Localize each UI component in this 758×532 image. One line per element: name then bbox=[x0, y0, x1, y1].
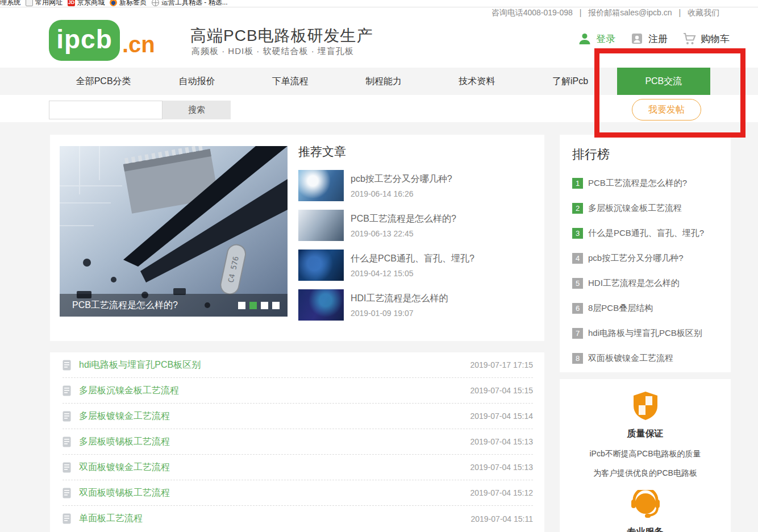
ranking-item[interactable]: 6 8层PCB叠层结构 bbox=[572, 296, 719, 321]
carousel-image: C4 576 bbox=[60, 146, 288, 317]
ranking-item[interactable]: 7 hdi电路板与埋盲孔PCB板区别 bbox=[572, 321, 719, 346]
recommended-item[interactable]: PCB工艺流程是怎么样的? 2019-06-13 22:45 bbox=[298, 210, 537, 241]
recommended-item[interactable]: HDI工艺流程是怎么样的 2019-01-09 19:07 bbox=[298, 289, 537, 321]
login-label: 登录 bbox=[596, 32, 615, 45]
recommended-section: 推荐文章 pcb按工艺分又分哪几种? 2019-06-14 16:26 PCB工… bbox=[298, 144, 537, 329]
feature-line: 为客户提供优良的PCB电路板 bbox=[593, 468, 697, 479]
article-link: 双面板喷锡板工艺流程 bbox=[79, 487, 470, 499]
document-icon bbox=[63, 385, 71, 396]
article-thumbnail bbox=[298, 210, 344, 241]
page-subtitle: 高频板 · HDI板 · 软硬结合板 · 埋盲孔板 bbox=[191, 46, 354, 57]
carousel-caption-text: PCB工艺流程是怎么样的? bbox=[72, 300, 238, 311]
login-link[interactable]: 登录 bbox=[578, 32, 615, 45]
ranking-title: 多层板沉镍金板工艺流程 bbox=[588, 203, 682, 214]
nav-item-about-ipcb[interactable]: 了解iPcb bbox=[523, 68, 617, 95]
bookmark-label: 常用网址 bbox=[35, 0, 63, 7]
recommended-item[interactable]: 什么是PCB通孔、盲孔、埋孔? 2019-04-12 15:05 bbox=[298, 250, 537, 281]
article-row[interactable]: hdi电路板与埋盲孔PCB板区别 2019-07-17 17:15 bbox=[63, 352, 533, 378]
id-badge-icon bbox=[630, 32, 644, 45]
ranking-heading: 排行榜 bbox=[572, 146, 610, 163]
ranking-title: 双面板镀镍金工艺流程 bbox=[588, 353, 673, 364]
nav-item-process-capability[interactable]: 制程能力 bbox=[337, 68, 430, 95]
document-icon bbox=[63, 360, 71, 371]
carousel-dot[interactable] bbox=[238, 302, 245, 309]
ranking-item[interactable]: 3 什么是PCB通孔、盲孔、埋孔? bbox=[572, 221, 719, 246]
ranking-title: 什么是PCB通孔、盲孔、埋孔? bbox=[588, 228, 704, 239]
article-date: 2019-06-13 22:45 bbox=[351, 229, 456, 238]
folder-icon bbox=[26, 0, 33, 6]
ranking-item[interactable]: 1 PCB工艺流程是怎么样的? bbox=[572, 171, 719, 196]
bookmark-item[interactable]: 常用网址 bbox=[26, 0, 63, 7]
recommended-heading: 推荐文章 bbox=[298, 144, 537, 160]
feature-title: 质量保证 bbox=[627, 428, 664, 440]
user-icon bbox=[578, 32, 592, 45]
feature-title: 专业服务 bbox=[627, 526, 664, 532]
article-date: 2019-07-04 15:11 bbox=[471, 514, 534, 523]
article-thumbnail bbox=[298, 170, 344, 201]
quality-shield-icon bbox=[632, 390, 659, 421]
bookmark-item[interactable]: 新标签页 bbox=[110, 0, 147, 7]
article-date: 2019-07-17 17:15 bbox=[470, 360, 533, 369]
article-row[interactable]: 双面板镀镍金工艺流程 2019-07-04 15:13 bbox=[63, 455, 533, 480]
globe-icon bbox=[152, 0, 159, 6]
article-date: 2019-01-09 19:07 bbox=[351, 309, 448, 318]
bookmark-item[interactable]: 理系统 bbox=[0, 0, 20, 7]
cart-link[interactable]: 购物车 bbox=[682, 32, 730, 45]
jd-favicon-icon: JD bbox=[68, 0, 75, 6]
article-row[interactable]: 多层板沉镍金板工艺流程 2019-07-04 15:15 bbox=[63, 378, 533, 404]
separator: | bbox=[678, 8, 681, 17]
ranking-item[interactable]: 5 HDI工艺流程是怎么样的 bbox=[572, 271, 719, 296]
page: 理系统 常用网址 JD 京东商城 新标签页 运营工具精选 - 精选... 咨询电… bbox=[0, 0, 758, 532]
document-icon bbox=[63, 513, 71, 524]
service-headset-icon bbox=[630, 490, 661, 519]
article-row[interactable]: 多层板镀镍金工艺流程 2019-07-04 15:14 bbox=[63, 404, 533, 429]
article-title: PCB工艺流程是怎么样的? bbox=[351, 213, 456, 225]
rank-badge: 7 bbox=[572, 328, 583, 339]
bookmark-item[interactable]: 运营工具精选 - 精选... bbox=[152, 0, 228, 7]
carousel-dot-active[interactable] bbox=[249, 302, 257, 309]
article-link: 多层板沉镍金板工艺流程 bbox=[79, 385, 470, 397]
features-card: 质量保证 iPcb不断提高PCB电路板的质量 为客户提供优良的PCB电路板 专业… bbox=[560, 379, 731, 532]
rank-badge: 2 bbox=[572, 203, 583, 214]
user-actions: 登录 注册 购物车 bbox=[578, 32, 730, 45]
ranking-item[interactable]: 2 多层板沉镍金板工艺流程 bbox=[572, 196, 719, 221]
ranking-title: PCB工艺流程是怎么样的? bbox=[588, 178, 687, 189]
article-row[interactable]: 多层板喷锡板工艺流程 2019-07-04 15:13 bbox=[63, 429, 533, 455]
phone-text: 咨询电话4008-019-098 bbox=[492, 8, 573, 17]
document-icon bbox=[63, 437, 71, 447]
article-title: pcb按工艺分又分哪几种? bbox=[351, 173, 452, 185]
new-post-button[interactable]: 我要发帖 bbox=[632, 99, 701, 120]
recommended-item[interactable]: pcb按工艺分又分哪几种? 2019-06-14 16:26 bbox=[298, 170, 537, 201]
carousel-dot[interactable] bbox=[261, 302, 268, 309]
article-thumbnail bbox=[298, 250, 344, 281]
article-date: 2019-07-04 15:13 bbox=[470, 463, 533, 472]
ranking-title: HDI工艺流程是怎么样的 bbox=[588, 278, 680, 289]
article-title: 什么是PCB通孔、盲孔、埋孔? bbox=[351, 253, 474, 265]
document-icon bbox=[63, 488, 71, 498]
article-link: 多层板镀镍金工艺流程 bbox=[79, 410, 470, 422]
bookmark-item[interactable]: JD 京东商城 bbox=[68, 0, 105, 7]
document-icon bbox=[63, 411, 71, 422]
favorite-us-link[interactable]: 收藏我们 bbox=[688, 8, 719, 17]
article-row[interactable]: 双面板喷锡板工艺流程 2019-07-04 15:12 bbox=[63, 480, 533, 506]
nav-item-all-pcb[interactable]: 全部PCB分类 bbox=[57, 68, 150, 95]
carousel-dot[interactable] bbox=[272, 302, 280, 309]
logo-suffix: .cn bbox=[122, 33, 155, 56]
rank-badge: 4 bbox=[572, 253, 583, 264]
article-row[interactable]: 单面板工艺流程 2019-07-04 15:11 bbox=[63, 506, 533, 531]
search-button[interactable]: 搜索 bbox=[163, 101, 231, 119]
article-date: 2019-07-04 15:14 bbox=[470, 412, 533, 421]
carousel-dots bbox=[238, 302, 280, 309]
ranking-item[interactable]: 4 pcb按工艺分又分哪几种? bbox=[572, 246, 719, 271]
nav-item-order-flow[interactable]: 下单流程 bbox=[244, 68, 337, 95]
nav-item-tech-docs[interactable]: 技术资料 bbox=[430, 68, 523, 95]
site-logo[interactable]: ipcb bbox=[49, 20, 120, 61]
nav-item-auto-quote[interactable]: 自动报价 bbox=[150, 68, 243, 95]
ranking-item[interactable]: 8 双面板镀镍金工艺流程 bbox=[572, 346, 719, 371]
article-date: 2019-07-04 15:12 bbox=[470, 488, 533, 497]
rank-badge: 3 bbox=[572, 228, 583, 239]
nav-item-pcb-forum[interactable]: PCB交流 bbox=[617, 68, 710, 95]
search-input[interactable] bbox=[49, 101, 163, 119]
carousel[interactable]: C4 576 PCB工艺流程是怎么样的? bbox=[60, 146, 288, 317]
register-link[interactable]: 注册 bbox=[630, 32, 668, 45]
